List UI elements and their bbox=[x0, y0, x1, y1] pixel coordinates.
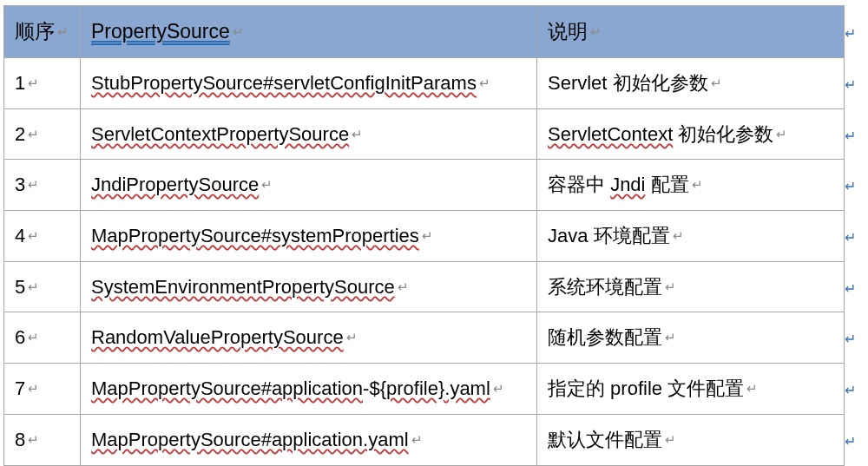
property-source-table: 顺序↵ PropertySource↵ 说明↵ ↵ 1↵StubProperty… bbox=[3, 5, 865, 466]
cell-seq-text: 5 bbox=[15, 276, 25, 298]
header-desc-text: 说明 bbox=[548, 20, 588, 43]
header-prop: PropertySource↵ bbox=[81, 6, 537, 58]
para-mark-icon: ↵ bbox=[493, 381, 504, 396]
para-mark-icon: ↵ bbox=[422, 228, 433, 243]
para-mark-icon: ↵ bbox=[57, 24, 69, 39]
cell-desc-part: 容器中 bbox=[548, 174, 610, 195]
header-desc: 说明↵ bbox=[537, 6, 845, 58]
cell-desc-part: 默认文件配置 bbox=[548, 429, 662, 450]
header-seq: 顺序↵ bbox=[4, 6, 81, 58]
cell-seq: 2↵ bbox=[4, 108, 81, 160]
header-seq-text: 顺序 bbox=[15, 20, 55, 43]
cell-desc-part: 配置 bbox=[645, 174, 688, 195]
cell-desc: 指定的 profile 文件配置↵ bbox=[537, 364, 845, 415]
cell-desc: 随机参数配置↵ bbox=[537, 312, 845, 364]
cell-desc-part: ServletContext bbox=[548, 123, 673, 145]
row-end-mark: ↵ bbox=[845, 414, 865, 465]
para-mark-icon: ↵ bbox=[346, 330, 358, 345]
cell-prop: StubPropertySource#servletConfigInitPara… bbox=[81, 58, 537, 109]
para-mark-icon: ↵ bbox=[665, 330, 676, 345]
cell-prop-part: ServletContextPropertySource bbox=[91, 123, 349, 145]
cell-seq: 6↵ bbox=[4, 312, 81, 364]
para-mark-icon: ↵ bbox=[479, 75, 490, 90]
cell-seq: 4↵ bbox=[4, 211, 81, 262]
cell-prop: RandomValuePropertySource↵ bbox=[81, 312, 537, 364]
cell-desc-part: Java 环境配置 bbox=[548, 225, 670, 246]
cell-prop-part: MapPropertySource#application.yaml bbox=[91, 429, 409, 450]
para-mark-icon: ↵ bbox=[665, 432, 676, 447]
para-mark-icon: ↵ bbox=[261, 177, 273, 192]
table-row: 2↵ServletContextPropertySource↵ServletCo… bbox=[4, 108, 865, 160]
cell-seq-text: 7 bbox=[15, 377, 25, 399]
para-mark-icon: ↵ bbox=[28, 381, 39, 396]
cell-prop: MapPropertySource#systemProperties↵ bbox=[81, 211, 537, 262]
cell-desc: Servlet 初始化参数↵ bbox=[537, 58, 845, 109]
cell-prop: SystemEnvironmentPropertySource↵ bbox=[81, 261, 537, 312]
para-mark-icon: ↵ bbox=[28, 432, 39, 447]
table-row: 1↵StubPropertySource#servletConfigInitPa… bbox=[4, 58, 865, 109]
table-row: 3↵JndiPropertySource↵容器中 Jndi 配置↵↵ bbox=[4, 160, 865, 211]
cell-seq: 1↵ bbox=[4, 58, 81, 109]
cell-desc-part: 随机参数配置 bbox=[548, 326, 662, 348]
row-end-mark-icon: ↵ bbox=[845, 230, 856, 245]
cell-prop: MapPropertySource#application-${profile}… bbox=[81, 364, 537, 415]
row-end-mark: ↵ bbox=[845, 58, 865, 109]
para-mark-icon: ↵ bbox=[411, 432, 423, 447]
row-end-mark: ↵ bbox=[845, 364, 865, 415]
row-end-mark-icon: ↵ bbox=[845, 281, 856, 296]
cell-seq-text: 8 bbox=[15, 429, 25, 450]
cell-seq-text: 2 bbox=[15, 123, 25, 145]
para-mark-icon: ↵ bbox=[28, 279, 39, 294]
row-end-mark-icon: ↵ bbox=[845, 128, 856, 143]
cell-seq-text: 6 bbox=[15, 326, 25, 348]
para-mark-icon: ↵ bbox=[398, 279, 409, 294]
para-mark-icon: ↵ bbox=[352, 127, 363, 141]
cell-seq-text: 4 bbox=[15, 225, 25, 246]
para-mark-icon: ↵ bbox=[692, 177, 703, 192]
cell-desc-part: Servlet 初始化参数 bbox=[548, 72, 708, 94]
row-end-mark: ↵ bbox=[845, 211, 865, 262]
para-mark-icon: ↵ bbox=[665, 279, 676, 294]
cell-desc-part: 初始化参数 bbox=[673, 123, 773, 145]
cell-prop-part: JndiPropertySource bbox=[91, 174, 259, 195]
cell-desc: ServletContext 初始化参数↵ bbox=[537, 108, 845, 160]
row-end-mark-icon: ↵ bbox=[845, 331, 856, 346]
cell-seq: 7↵ bbox=[4, 364, 81, 415]
cell-desc-part: Jndi bbox=[610, 174, 645, 195]
cell-prop: JndiPropertySource↵ bbox=[81, 160, 537, 211]
cell-prop-part: -${ bbox=[363, 377, 386, 399]
row-end-mark-icon: ↵ bbox=[845, 434, 856, 449]
cell-desc: Java 环境配置↵ bbox=[537, 211, 845, 262]
row-end-mark: ↵ bbox=[845, 108, 865, 160]
row-end-mark: ↵ bbox=[845, 261, 865, 312]
cell-desc-part: 指定的 profile 文件配置 bbox=[548, 377, 744, 399]
para-mark-icon: ↵ bbox=[673, 228, 684, 243]
para-mark-icon: ↵ bbox=[28, 330, 39, 345]
para-mark-icon: ↵ bbox=[233, 24, 244, 39]
cell-desc: 系统环境配置↵ bbox=[537, 261, 845, 312]
cell-seq-text: 1 bbox=[15, 72, 25, 94]
para-mark-icon: ↵ bbox=[711, 75, 722, 90]
para-mark-icon: ↵ bbox=[28, 177, 39, 192]
table-row: 8↵MapPropertySource#application.yaml↵默认文… bbox=[4, 414, 865, 465]
para-mark-icon: ↵ bbox=[28, 75, 39, 90]
cell-prop: ServletContextPropertySource↵ bbox=[81, 108, 537, 160]
row-end-mark: ↵ bbox=[845, 312, 865, 364]
cell-seq: 3↵ bbox=[4, 160, 81, 211]
cell-prop-part: MapPropertySource#application bbox=[91, 377, 363, 399]
row-end-mark-icon: ↵ bbox=[845, 179, 856, 194]
cell-prop: MapPropertySource#application.yaml↵ bbox=[81, 414, 537, 465]
table-row: 7↵MapPropertySource#application-${profil… bbox=[4, 364, 865, 415]
cell-prop-part: profile}.yaml bbox=[386, 377, 490, 399]
table-row: 4↵MapPropertySource#systemProperties↵Jav… bbox=[4, 211, 865, 262]
row-end-mark-icon: ↵ bbox=[845, 77, 856, 92]
cell-desc: 默认文件配置↵ bbox=[537, 414, 845, 465]
table-row: 5↵SystemEnvironmentPropertySource↵系统环境配置… bbox=[4, 261, 865, 312]
para-mark-icon: ↵ bbox=[776, 127, 787, 141]
table-row: 6↵RandomValuePropertySource↵随机参数配置↵↵ bbox=[4, 312, 865, 364]
cell-seq: 5↵ bbox=[4, 261, 81, 312]
para-mark-icon: ↵ bbox=[28, 228, 39, 243]
cell-seq: 8↵ bbox=[4, 414, 81, 465]
cell-desc: 容器中 Jndi 配置↵ bbox=[537, 160, 845, 211]
cell-prop-part: StubPropertySource#servletConfigInitPara… bbox=[91, 72, 477, 94]
